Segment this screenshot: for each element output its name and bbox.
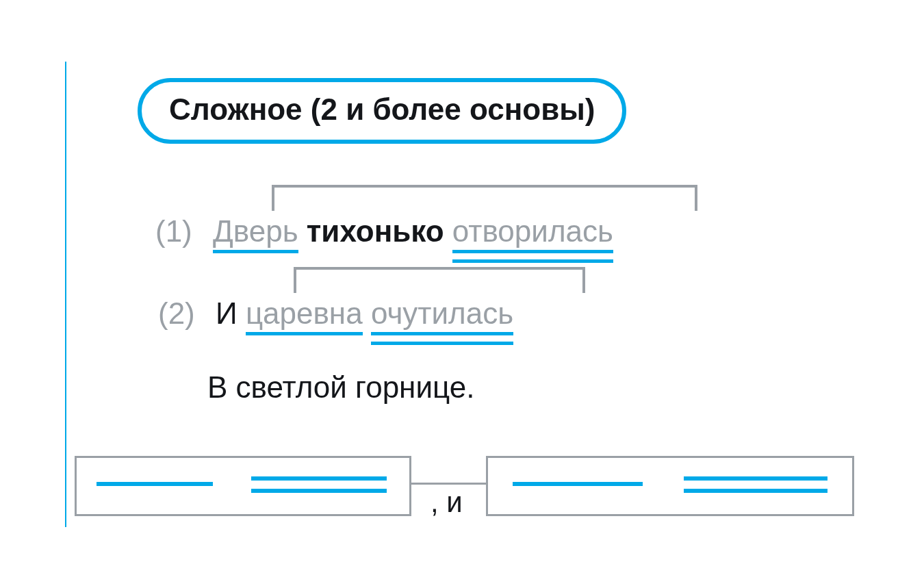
bracket-line2 — [294, 267, 585, 293]
schema-box1-predicate-line-top — [251, 476, 387, 481]
line1-adverb: тихонько — [307, 216, 444, 246]
sentence-line-3: В светлой горнице. — [207, 372, 474, 402]
schema-box1-predicate-line-bottom — [251, 489, 387, 493]
line1-marker: (1) — [155, 214, 192, 248]
diagram-stage: Сложное (2 и более основы) (1) Дверь тих… — [65, 62, 860, 527]
bracket-line1 — [272, 185, 697, 211]
sentence-line-1: (1) Дверь тихонько отворилась — [155, 216, 613, 246]
schema-box-2 — [486, 456, 854, 516]
title-pill: Сложное (2 и более основы) — [138, 78, 626, 144]
schema-box2-predicate-line-bottom — [684, 489, 827, 493]
line2-marker: (2) — [158, 296, 195, 330]
sentence-line-2: (2) И царевна очутилась — [158, 298, 513, 329]
schema-box2-subject-line — [513, 482, 643, 486]
schema: , и — [75, 456, 852, 520]
line2-predicate: очутилась — [371, 298, 513, 329]
line1-subject: Дверь — [213, 216, 298, 246]
line2-subject: царевна — [246, 298, 363, 329]
schema-connector — [409, 483, 486, 485]
schema-box-1 — [75, 456, 411, 516]
schema-box1-subject-line — [97, 482, 213, 486]
line3-text: В светлой горнице. — [207, 370, 474, 404]
line1-predicate: отворилась — [452, 216, 613, 246]
schema-separator: , и — [431, 486, 463, 519]
line2-conj: И — [216, 298, 238, 329]
schema-box2-predicate-line-top — [684, 476, 827, 481]
title-text: Сложное (2 и более основы) — [169, 92, 595, 126]
